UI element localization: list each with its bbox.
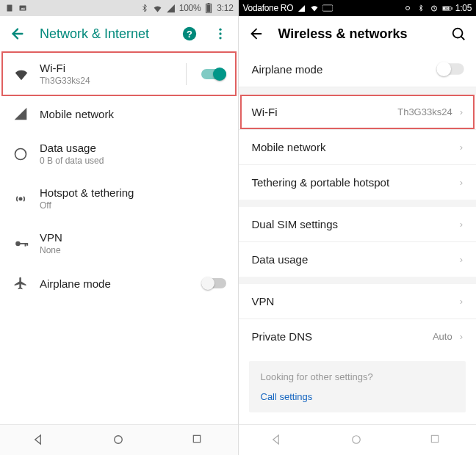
chevron-right-icon: › [460, 177, 463, 188]
nav-bar [0, 424, 238, 455]
svg-rect-15 [25, 243, 26, 247]
row-data-usage[interactable]: Data usage 0 B of data used [0, 131, 238, 176]
back-icon[interactable] [248, 25, 265, 43]
chevron-right-icon: › [460, 296, 463, 307]
row-label: Wi-Fi [40, 62, 186, 74]
nav-recents-icon[interactable] [191, 433, 206, 448]
row-label: VPN [40, 231, 226, 244]
wifi-icon [309, 3, 320, 13]
airplane-toggle[interactable] [201, 277, 226, 290]
svg-rect-28 [431, 435, 438, 442]
vpn-key-icon [13, 236, 40, 252]
signal-icon [296, 3, 306, 13]
row-label: Data usage [40, 142, 226, 154]
other-settings-card: Looking for other settings? Call setting… [249, 361, 466, 412]
clock: 3:12 [217, 3, 233, 13]
data-usage-icon [13, 147, 40, 161]
row-tethering[interactable]: Tethering & portable hotspot › [239, 165, 477, 200]
row-vpn[interactable]: VPN › [239, 284, 477, 319]
separator [186, 63, 187, 85]
row-label: Mobile network [40, 108, 226, 120]
svg-rect-1 [20, 6, 26, 11]
row-label: Hotspot & tethering [40, 186, 226, 199]
row-hotspot[interactable]: Hotspot & tethering Off [0, 176, 238, 221]
svg-rect-24 [451, 7, 452, 9]
row-label: VPN [252, 295, 460, 307]
row-label: Dual SIM settings [252, 218, 460, 230]
row-vpn[interactable]: VPN None [0, 221, 238, 266]
wifi-toggle[interactable] [201, 68, 226, 81]
row-airplane[interactable]: Airplane mode [0, 266, 238, 301]
page-title: Network & Internet [40, 26, 167, 42]
svg-point-9 [219, 32, 221, 34]
svg-point-12 [19, 197, 21, 200]
svg-rect-19 [322, 5, 333, 11]
svg-rect-14 [19, 243, 27, 244]
row-label: Airplane mode [40, 277, 201, 290]
search-icon[interactable] [450, 25, 467, 43]
battery-pct: 100% [179, 3, 201, 13]
battery-icon: 80 [442, 3, 452, 13]
chevron-right-icon: › [460, 106, 463, 117]
svg-point-10 [219, 37, 221, 39]
svg-point-17 [114, 435, 122, 443]
card-hint: Looking for other settings? [261, 371, 455, 382]
row-wifi[interactable]: Wi-Fi Th3G33ks24 [0, 51, 238, 96]
row-label: Airplane mode [252, 63, 439, 76]
svg-point-26 [453, 29, 463, 38]
nav-home-icon[interactable] [112, 433, 126, 448]
svg-point-20 [405, 7, 409, 10]
call-settings-link[interactable]: Call settings [261, 391, 455, 402]
row-sub: Th3G33ks24 [40, 76, 186, 86]
row-mobile-network[interactable]: Mobile network › [239, 130, 477, 165]
divider [239, 200, 477, 207]
row-mobile-network[interactable]: Mobile network [0, 96, 238, 131]
help-icon[interactable]: ? [181, 25, 198, 43]
row-dual-sim[interactable]: Dual SIM settings › [239, 207, 477, 242]
row-label: Tethering & portable hotspot [252, 176, 460, 189]
eye-comfort-icon [403, 3, 413, 13]
airplane-icon [13, 276, 40, 291]
divider [239, 87, 477, 95]
row-label: Data usage [252, 253, 460, 266]
signal-icon [166, 3, 176, 13]
row-value: Th3G33ks24 [397, 106, 452, 117]
nav-recents-icon[interactable] [429, 433, 444, 448]
row-label: Mobile network [252, 141, 460, 153]
nav-home-icon[interactable] [350, 433, 364, 448]
svg-text:80: 80 [444, 7, 448, 10]
row-wifi[interactable]: Wi-Fi Th3G33ks24› [239, 95, 477, 130]
nav-bar [239, 424, 477, 455]
more-icon[interactable] [212, 25, 229, 43]
row-sub: Off [40, 200, 226, 211]
clock: 1:05 [455, 3, 472, 13]
status-bar: Vodafone RO 80 1:05 [239, 0, 477, 16]
app-bar: Wireless & networks [239, 16, 477, 51]
battery-icon [203, 3, 214, 13]
divider [239, 277, 477, 284]
airplane-toggle[interactable] [436, 62, 464, 76]
status-bar: 100% 3:12 [0, 0, 238, 16]
chevron-right-icon: › [460, 254, 463, 265]
svg-point-11 [15, 148, 26, 159]
nav-back-icon[interactable] [32, 433, 47, 448]
row-data-usage[interactable]: Data usage › [239, 242, 477, 277]
wifi-icon [13, 66, 40, 82]
chevron-right-icon: › [460, 219, 463, 230]
settings-list: Wi-Fi Th3G33ks24 Mobile network Data usa… [0, 51, 238, 424]
app-bar: Network & Internet ? [0, 16, 238, 51]
signal-icon [13, 106, 40, 121]
nav-back-icon[interactable] [270, 433, 285, 448]
wifi-icon [153, 3, 163, 13]
svg-rect-0 [7, 5, 12, 12]
hotspot-icon [13, 192, 40, 206]
svg-point-8 [219, 29, 221, 31]
volte-icon [322, 3, 333, 13]
row-private-dns[interactable]: Private DNS Auto› [239, 319, 477, 354]
alarm-icon [429, 3, 439, 13]
back-icon[interactable] [9, 25, 26, 43]
row-label: Wi-Fi [252, 106, 398, 118]
page-title: Wireless & networks [278, 26, 437, 42]
chevron-right-icon: › [460, 331, 463, 342]
row-airplane[interactable]: Airplane mode [239, 51, 477, 87]
